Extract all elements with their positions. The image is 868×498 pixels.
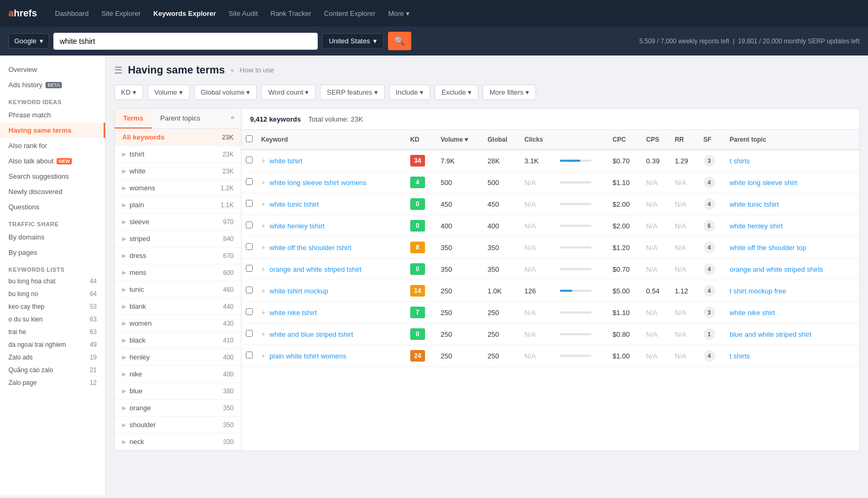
sidebar-item-search-suggestions[interactable]: Search suggestions (0, 169, 105, 184)
filter-button[interactable]: More filters ▾ (483, 85, 536, 100)
keyword-list-item[interactable]: ▶sleeve970 (115, 214, 241, 230)
search-input[interactable] (53, 33, 318, 50)
sidebar-list-item[interactable]: bu long hoa chat44 (0, 275, 105, 288)
add-keyword-btn[interactable]: + (261, 352, 265, 360)
tab-parent-topics[interactable]: Parent topics (152, 109, 209, 128)
keyword-list-item[interactable]: ▶striped840 (115, 230, 241, 247)
sidebar-item-questions[interactable]: Questions (0, 199, 105, 215)
th-cpc[interactable]: CPC (608, 130, 642, 150)
row-checkbox[interactable] (246, 222, 253, 228)
add-keyword-btn[interactable]: + (261, 178, 265, 187)
th-clicks[interactable]: Clicks (520, 130, 556, 150)
parent-topic-link[interactable]: white nike shirt (730, 309, 775, 317)
sidebar-list-item[interactable]: o du su kien63 (0, 313, 105, 326)
how-to-use-link[interactable]: How to use (239, 66, 274, 74)
filter-button[interactable]: Word count ▾ (261, 85, 316, 100)
keyword-list-item[interactable]: ▶tshirt23K (115, 146, 241, 163)
collapse-button[interactable]: « (225, 109, 241, 128)
sidebar-list-item[interactable]: Quảng cáo zalo21 (0, 364, 105, 376)
nav-rank-tracker[interactable]: Rank Tracker (265, 6, 317, 21)
sidebar-list-item[interactable]: Zalo ads19 (0, 351, 105, 364)
keyword-link[interactable]: white and blue striped tshirt (270, 330, 353, 338)
sidebar-item-overview[interactable]: Overview (0, 62, 105, 77)
row-checkbox[interactable] (246, 352, 253, 358)
add-keyword-btn[interactable]: + (261, 265, 265, 273)
parent-topic-link[interactable]: white tunic tshirt (730, 200, 779, 208)
keyword-link[interactable]: white tshirt mockup (270, 287, 328, 295)
th-rr[interactable]: RR (670, 130, 699, 150)
keyword-link[interactable]: white tshirt (270, 157, 302, 165)
row-checkbox[interactable] (246, 308, 253, 315)
row-checkbox[interactable] (246, 156, 253, 163)
keyword-list-item[interactable]: ▶dress670 (115, 247, 241, 264)
add-keyword-btn[interactable]: + (261, 330, 265, 338)
th-volume[interactable]: Volume ▾ (437, 130, 484, 150)
filter-button[interactable]: Exclude ▾ (435, 85, 478, 100)
nav-more[interactable]: More ▾ (383, 6, 414, 21)
filter-button[interactable]: SERP features ▾ (320, 85, 384, 100)
filter-button[interactable]: Global volume ▾ (194, 85, 257, 100)
parent-topic-link[interactable]: t shirts (730, 157, 750, 165)
keyword-list-item[interactable]: ▶white23K (115, 163, 241, 180)
add-keyword-btn[interactable]: + (261, 222, 265, 230)
add-keyword-btn[interactable]: + (261, 308, 265, 317)
logo[interactable]: ahrefs (8, 8, 37, 19)
keyword-list-item[interactable]: ▶plain1.1K (115, 197, 241, 214)
nav-dashboard[interactable]: Dashboard (50, 6, 94, 21)
keyword-list-item[interactable]: ▶nike400 (115, 366, 241, 383)
parent-topic-link[interactable]: white henley shirt (730, 222, 782, 230)
sidebar-item-also-rank-for[interactable]: Also rank for (0, 138, 105, 153)
keyword-link[interactable]: plain white tshirt womens (270, 352, 346, 360)
nav-content-explorer[interactable]: Content Explorer (319, 6, 381, 21)
row-checkbox[interactable] (246, 330, 253, 337)
filter-button[interactable]: Include ▾ (389, 85, 431, 100)
parent-topic-link[interactable]: white long sleeve shirt (730, 179, 797, 187)
sidebar-list-item[interactable]: bu long no64 (0, 288, 105, 300)
th-sf[interactable]: SF (699, 130, 726, 150)
parent-topic-link[interactable]: white off the shoulder top (730, 244, 806, 252)
th-keyword[interactable]: Keyword (257, 130, 406, 150)
row-checkbox[interactable] (246, 243, 253, 250)
parent-topic-link[interactable]: t shirts (730, 352, 750, 360)
sidebar-item-newly-discovered[interactable]: Newly discovered (0, 184, 105, 199)
th-parent-topic[interactable]: Parent topic (725, 130, 859, 150)
keyword-list-item[interactable]: ▶orange350 (115, 400, 241, 417)
row-checkbox[interactable] (246, 200, 253, 207)
row-checkbox[interactable] (246, 287, 253, 293)
menu-icon[interactable]: ☰ (114, 64, 123, 76)
keyword-list-item[interactable]: ▶shoulder350 (115, 417, 241, 434)
add-keyword-btn[interactable]: + (261, 287, 265, 295)
keyword-list-item[interactable]: ▶henley400 (115, 349, 241, 366)
keyword-list-item[interactable]: ▶blank440 (115, 298, 241, 315)
sidebar-item-having-same-terms[interactable]: Having same terms (0, 123, 105, 138)
th-cps[interactable]: CPS (642, 130, 670, 150)
select-all-checkbox[interactable] (246, 135, 253, 142)
sidebar-list-item[interactable]: keo cay thep53 (0, 300, 105, 313)
add-keyword-btn[interactable]: + (261, 243, 265, 252)
nav-site-audit[interactable]: Site Audit (224, 6, 263, 21)
filter-button[interactable]: Volume ▾ (147, 85, 190, 100)
keyword-list-item[interactable]: All keywords23K (115, 129, 241, 146)
keyword-link[interactable]: white nike tshirt (270, 309, 317, 317)
th-kd[interactable]: KD (406, 130, 437, 150)
keyword-list-item[interactable]: ▶black410 (115, 332, 241, 349)
engine-select[interactable]: Google ▾ (8, 33, 49, 49)
row-checkbox[interactable] (246, 265, 253, 272)
sidebar-list-item[interactable]: Zalo page12 (0, 376, 105, 389)
sidebar-item-also-talk-about[interactable]: Also talk about NEW (0, 153, 105, 169)
sidebar-list-item[interactable]: trai he63 (0, 326, 105, 338)
sidebar-list-item[interactable]: da ngoai trai nghiem49 (0, 338, 105, 351)
add-keyword-btn[interactable]: + (261, 200, 265, 208)
parent-topic-link[interactable]: t shirt mockup free (730, 287, 786, 295)
parent-topic-link[interactable]: orange and white striped shirts (730, 265, 823, 273)
keyword-list-item[interactable]: ▶blue380 (115, 383, 241, 400)
th-global[interactable]: Global (483, 130, 520, 150)
keyword-link[interactable]: white long sleeve tshirt womens (270, 179, 367, 187)
sidebar-item-by-pages[interactable]: By pages (0, 245, 105, 260)
filter-button[interactable]: KD ▾ (114, 85, 143, 100)
add-keyword-btn[interactable]: + (261, 156, 265, 165)
keyword-list-item[interactable]: ▶neck330 (115, 434, 241, 450)
keyword-list-item[interactable]: ▶womens1.2K (115, 180, 241, 197)
row-checkbox[interactable] (246, 178, 253, 185)
keyword-list-item[interactable]: ▶tunic460 (115, 281, 241, 298)
